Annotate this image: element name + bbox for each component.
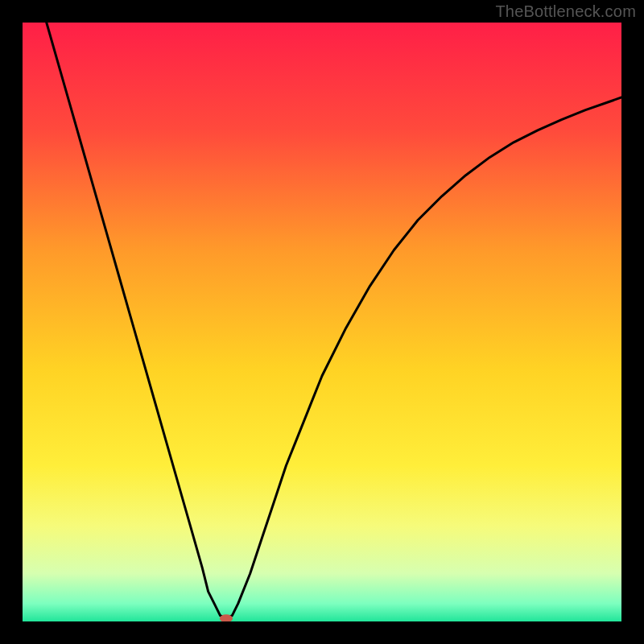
chart-frame: TheBottleneck.com [0,0,644,644]
plot-svg [23,23,621,621]
watermark-text: TheBottleneck.com [495,2,636,21]
plot-area [23,23,621,621]
gradient-background [23,23,621,621]
